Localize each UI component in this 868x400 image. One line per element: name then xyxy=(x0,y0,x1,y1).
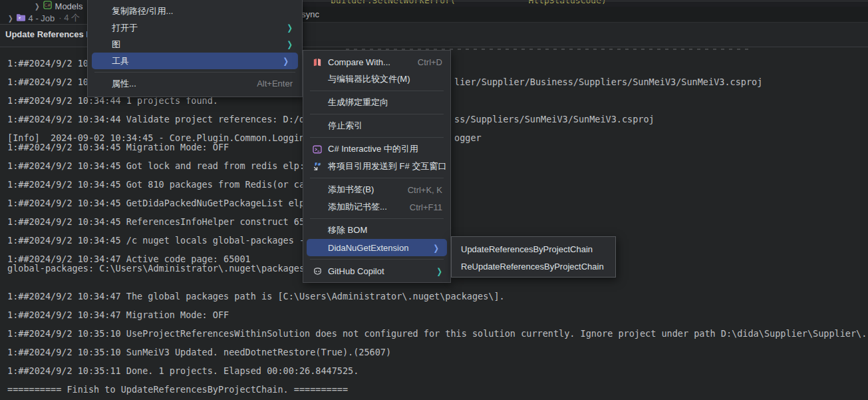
log-line-text: 1:##2024/9/2 10:35:10 UseProjectReferenc… xyxy=(7,328,867,339)
tree-item-4-job[interactable]: ❯ 4 - Job · 4 个 xyxy=(8,12,80,24)
fsharp-interactive-icon: F# xyxy=(311,161,323,172)
submenu-arrow-icon: ❯ xyxy=(437,266,442,276)
menu-item-compare-with[interactable]: Compare With...Ctrl+D xyxy=(303,53,450,71)
log-line-text: 1:##2024/9/2 10:35:10 SunMeiV3 Updated. … xyxy=(7,347,391,357)
submenu-arrow-icon: ❯ xyxy=(434,243,439,252)
svg-text:F#: F# xyxy=(315,162,321,166)
log-line-text-continuation: ss/Suppliers/SunMeiV3/SunMeiV3.csproj xyxy=(454,114,654,124)
log-line-text: 1:##2024/9/2 10:34:45 ReferencesInfoHelp… xyxy=(7,216,305,227)
solution-explorer: ❯ C# Models ❯ 4 - Job · 4 个 xyxy=(0,0,87,25)
csharp-project-icon: C# xyxy=(43,0,53,12)
didanugetextension-submenu: UpdateReferencesByProjectChainReUpdateRe… xyxy=(451,236,616,278)
menu-item-stop-indexing[interactable]: 停止索引 xyxy=(303,117,450,134)
menu-item-label: DidaNuGetExtension xyxy=(328,243,408,253)
log-line: 1:##2024/9/2 10:35:10 UseProjectReferenc… xyxy=(0,328,868,339)
tree-item-label: Models xyxy=(55,1,83,11)
log-line: 1:##2024/9/2 10:34:47 Migration Mode: OF… xyxy=(0,309,868,320)
log-line: 1:##2024/9/2 10:34:47 The global package… xyxy=(0,291,868,301)
menu-item-label: 复制路径/引用... xyxy=(112,5,173,17)
menu-item-label: 工具 xyxy=(112,55,129,67)
menu-separator xyxy=(310,218,444,219)
log-line-text-continuation: lier/Supplier/Business/Suppliers/SunMeiV… xyxy=(454,77,762,87)
log-line-text: 1:##2024/9/2 10:34:47 The global package… xyxy=(7,291,505,301)
menu-item-update-references-by-project-chain[interactable]: UpdateReferencesByProjectChain xyxy=(452,240,615,258)
menu-separator xyxy=(310,114,444,114)
chevron-right-icon[interactable]: ❯ xyxy=(35,2,40,10)
log-line-text: global-packages: C:\Users\Administrator\… xyxy=(7,263,305,274)
log-line-text: 1:##2024/9/2 10:34:45 GetDidaPackedNuGet… xyxy=(7,198,305,208)
submenu-arrow-icon: ❯ xyxy=(287,40,293,49)
menu-item-label: 属性... xyxy=(112,78,136,90)
menu-item-label: 移除 BOM xyxy=(328,224,367,236)
menu-item-shortcut: Alt+Enter xyxy=(257,79,293,89)
menu-item-label: C# Interactive 中的引用 xyxy=(328,143,418,155)
menu-separator xyxy=(310,178,444,178)
log-line-text: 1:##2024/9/2 10:34:47 Migration Mode: OF… xyxy=(7,309,229,320)
menu-item-open-in[interactable]: 打开于❯ xyxy=(88,19,302,36)
menu-item-label: 与编辑器比较文件(M) xyxy=(328,73,410,85)
menu-item-add-bookmark[interactable]: 添加书签(B)Ctrl+K, K xyxy=(303,181,450,198)
menu-item-didanugetextension[interactable]: DidaNuGetExtension❯ xyxy=(307,239,447,256)
solution-folder-icon xyxy=(16,13,26,24)
menu-item-label: 打开于 xyxy=(112,22,138,34)
output-panel-title[interactable]: Update References B xyxy=(5,29,92,39)
menu-item-copy-path-reference[interactable]: 复制路径/引用... xyxy=(88,3,302,19)
menu-item-tools[interactable]: 工具❯ xyxy=(92,53,298,69)
menu-item-label: 图 xyxy=(112,39,120,51)
menu-separator xyxy=(310,91,444,91)
menu-item-label: 添加书签(B) xyxy=(328,184,374,196)
svg-text:C#: C# xyxy=(44,3,51,8)
github-copilot-icon xyxy=(311,266,323,276)
log-line-text: 1:##2024/9/2 10:34:45 Got lock and read … xyxy=(7,160,305,171)
menu-separator xyxy=(310,137,444,138)
menu-item-compare-with-editor[interactable]: 与编辑器比较文件(M) xyxy=(303,71,450,88)
menu-item-shortcut: Ctrl+D xyxy=(418,57,442,67)
log-line-text: 1:##2024/9/2 10:34:45 Got 810 packages f… xyxy=(7,179,305,190)
tools-submenu: Compare With...Ctrl+D与编辑器比较文件(M)生成绑定重定向停… xyxy=(303,50,451,283)
menu-item-diagram[interactable]: 图❯ xyxy=(88,36,302,53)
menu-item-github-copilot[interactable]: GitHub Copilot❯ xyxy=(303,262,450,280)
menu-item-label: Compare With... xyxy=(328,57,390,67)
ide-window: 1:##2024/9/2 10:34:441:##2024/9/2 10:34:… xyxy=(0,0,868,400)
menu-item-label: ReUpdateReferencesByProjectChain xyxy=(461,262,604,272)
log-line-text: ========== Finish to UpdateReferencesByP… xyxy=(7,384,348,395)
editor-divider xyxy=(303,1,868,1)
menu-item-label: 生成绑定重定向 xyxy=(328,97,388,108)
csharp-interactive-icon xyxy=(311,144,323,154)
submenu-arrow-icon: ❯ xyxy=(283,57,289,66)
menu-separator xyxy=(94,72,295,73)
menu-item-add-mnemonic-bookmark[interactable]: 添加助记书签...Ctrl+F11 xyxy=(303,198,450,216)
log-line: 1:##2024/9/2 10:35:10 SunMeiV3 Updated. … xyxy=(0,347,868,357)
tree-item-label: 4 - Job xyxy=(29,13,55,23)
menu-item-label: 停止索引 xyxy=(328,120,362,132)
log-line-text: 1:##2024/9/2 10:34:44 Validate project r… xyxy=(7,114,305,124)
menu-item-send-project-reference-fsharp[interactable]: F#将项目引用发送到 F# 交互窗口 xyxy=(303,158,450,175)
log-line-text: 1:##2024/9/2 10:34:45 Migration Mode: OF… xyxy=(7,142,229,152)
menu-item-shortcut: Ctrl+K, K xyxy=(408,185,442,195)
context-menu: 复制路径/引用...打开于❯图❯工具❯属性...Alt+Enter xyxy=(87,0,303,97)
submenu-arrow-icon: ❯ xyxy=(287,23,293,33)
menu-item-label: 将项目引用发送到 F# 交互窗口 xyxy=(328,160,446,172)
log-line-text: 1:##2024/9/2 10:34:45 /c nuget locals gl… xyxy=(7,235,305,246)
menu-item-label: 添加助记书签... xyxy=(328,201,387,213)
menu-separator xyxy=(310,259,444,260)
chevron-right-icon[interactable]: ❯ xyxy=(8,14,13,22)
menu-item-reupdate-references-by-project-chain[interactable]: ReUpdateReferencesByProjectChain xyxy=(452,258,615,275)
log-line-text: 1:##2024/9/2 10:35:11 Done. 1 projects. … xyxy=(7,365,359,376)
menu-item-properties[interactable]: 属性...Alt+Enter xyxy=(88,75,302,92)
tree-item-models[interactable]: ❯ C# Models xyxy=(35,0,82,12)
log-line: 1:##2024/9/2 10:35:11 Done. 1 projects. … xyxy=(0,365,868,376)
log-line: ========== Finish to UpdateReferencesByP… xyxy=(0,384,868,395)
menu-item-label: GitHub Copilot xyxy=(328,266,384,276)
menu-item-csharp-interactive-reference[interactable]: C# Interactive 中的引用 xyxy=(303,140,450,158)
menu-item-generate-binding-redirects[interactable]: 生成绑定重定向 xyxy=(303,94,450,111)
menu-item-label: UpdateReferencesByProjectChain xyxy=(461,244,593,254)
tree-item-count: · 4 个 xyxy=(59,12,80,24)
menu-item-remove-bom[interactable]: 移除 BOM xyxy=(303,222,450,239)
diff-icon xyxy=(311,57,323,67)
menu-item-shortcut: Ctrl+F11 xyxy=(410,202,442,212)
